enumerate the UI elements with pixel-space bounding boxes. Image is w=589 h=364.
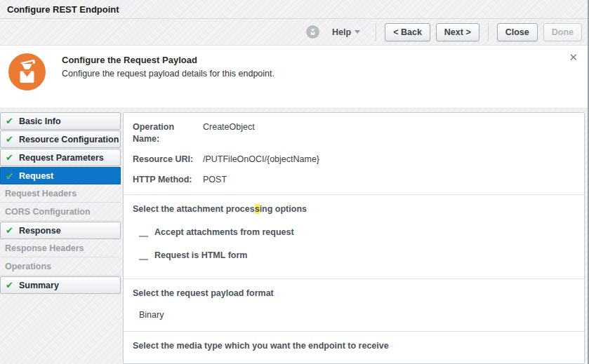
- step-complete-check-icon: ✔: [6, 280, 13, 290]
- sidebar-step-item[interactable]: ✔ Basic Info: [0, 112, 121, 130]
- payload-format-value[interactable]: Binary: [139, 310, 574, 320]
- sidebar-step-label: Response: [19, 226, 61, 236]
- sidebar-step-item[interactable]: ✔ Request: [0, 167, 121, 184]
- step-complete-check-icon: ✔: [6, 116, 13, 126]
- sidebar-step-label: Resource Configuration: [19, 135, 119, 144]
- back-button[interactable]: < Back: [385, 23, 430, 41]
- sidebar-step-label: Request Parameters: [19, 153, 104, 163]
- wizard-header: Configure the Request Payload Configure …: [0, 46, 588, 109]
- field-value: POST: [203, 174, 227, 186]
- sidebar-step-label: Basic Info: [19, 116, 61, 126]
- attachment-option-label: Accept attachments from request: [154, 228, 294, 237]
- request-payload-panel: Operation Name: CreateObject Resource UR…: [123, 112, 585, 364]
- help-label: Help: [332, 27, 351, 37]
- done-button: Done: [543, 23, 582, 41]
- step-complete-check-icon: ✔: [6, 134, 13, 144]
- sidebar-step-item: ✔ Operations: [0, 258, 121, 276]
- checkbox-icon[interactable]: [139, 254, 148, 260]
- toolbar-separator: [488, 23, 489, 41]
- sidebar-step-item[interactable]: ✔ Summary: [0, 276, 121, 294]
- attachment-title-suffix: ing options: [260, 204, 307, 214]
- field-row: Operation Name: CreateObject: [133, 121, 574, 145]
- step-complete-check-icon: ✔: [6, 170, 13, 181]
- field-value: /PUTFileOnOCI/{objectName}: [203, 154, 319, 166]
- attachment-options: Accept attachments from request Request …: [133, 228, 574, 260]
- funnel-glyph: [309, 28, 317, 36]
- sidebar-step-label: Request: [19, 171, 53, 181]
- section-divider: [124, 194, 584, 195]
- close-button[interactable]: Close: [497, 23, 538, 41]
- wizard-step-subtitle: Configure the request payload details fo…: [62, 69, 274, 79]
- toolbar-separator: [376, 23, 376, 41]
- checkbox-icon[interactable]: [139, 231, 148, 237]
- field-label: HTTP Method:: [133, 174, 203, 186]
- attachment-option-checkbox[interactable]: Accept attachments from request: [139, 228, 574, 237]
- window-title: Configure REST Endpoint: [0, 0, 588, 19]
- field-row: Resource URI: /PUTFileOnOCI/{objectName}: [133, 154, 574, 166]
- rest-adapter-mini-icon: [306, 25, 319, 39]
- operation-summary-fields: Operation Name: CreateObject Resource UR…: [133, 121, 574, 186]
- sidebar-step-label: Operations: [5, 262, 51, 271]
- attachment-options-title: Select the attachment processing options: [133, 204, 574, 214]
- sidebar-step-label: Response Headers: [5, 243, 84, 253]
- wizard-header-text: Configure the Request Payload Configure …: [62, 53, 274, 79]
- sidebar-step-item: ✔ Request Headers: [0, 185, 121, 203]
- configure-rest-endpoint-window: Configure REST Endpoint Help < Back Next…: [0, 0, 589, 364]
- step-complete-check-icon: ✔: [6, 152, 13, 163]
- help-menu[interactable]: Help: [332, 27, 360, 37]
- field-value: CreateObject: [203, 121, 255, 145]
- sidebar-step-item[interactable]: ✔ Resource Configuration: [0, 130, 121, 148]
- chevron-down-icon: [355, 30, 360, 34]
- sidebar-step-label: Summary: [19, 281, 59, 290]
- find-highlight: s: [255, 204, 260, 214]
- wizard-step-title: Configure the Request Payload: [62, 55, 274, 65]
- sidebar-step-label: CORS Configuration: [5, 207, 91, 217]
- section-divider: [124, 278, 584, 279]
- wizard-toolbar: Help < Back Next > Close Done: [0, 19, 588, 46]
- step-complete-check-icon: ✔: [6, 225, 13, 236]
- sidebar-step-item[interactable]: ✔ Request Parameters: [0, 149, 121, 166]
- sidebar-step-item: ✔ CORS Configuration: [0, 203, 121, 221]
- field-row: HTTP Method: POST: [133, 174, 574, 186]
- attachment-title-prefix: Select the attachment proces: [133, 204, 255, 214]
- sidebar-step-item: ✔ Response Headers: [0, 240, 121, 257]
- wizard-step-nav: ✔ Basic Info ✔ Resource Configuration ✔ …: [0, 112, 121, 364]
- field-label: Operation Name:: [133, 121, 203, 145]
- payload-format-title: Select the request payload format: [133, 288, 574, 298]
- section-divider: [124, 331, 584, 332]
- wizard-body: ✔ Basic Info ✔ Resource Configuration ✔ …: [0, 109, 588, 364]
- attachment-option-label: Request is HTML form: [154, 251, 247, 260]
- media-type-title: Select the media type which you want the…: [133, 341, 574, 351]
- field-label: Resource URI:: [133, 154, 203, 166]
- sidebar-step-item[interactable]: ✔ Response: [0, 222, 121, 239]
- rest-adapter-icon: [8, 53, 46, 90]
- sidebar-step-label: Request Headers: [5, 189, 77, 198]
- next-button[interactable]: Next >: [436, 23, 479, 41]
- close-icon[interactable]: ✕: [569, 53, 578, 62]
- attachment-option-checkbox[interactable]: Request is HTML form: [139, 251, 574, 260]
